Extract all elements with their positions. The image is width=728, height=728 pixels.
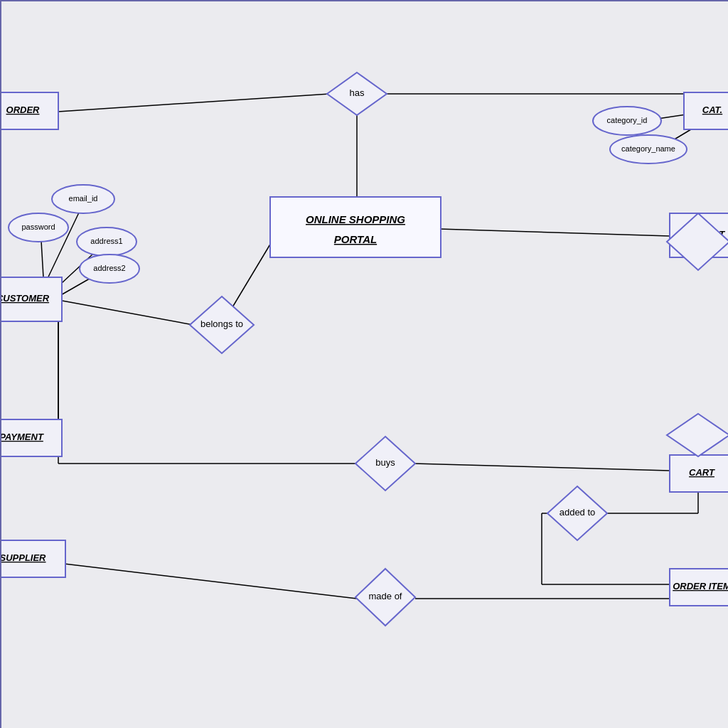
orderitem-entity-label: ORDER ITEM <box>673 581 728 592</box>
supplier-entity-label: SUPPLIER <box>1 552 46 563</box>
password-label: password <box>21 223 55 231</box>
category-id-label: category_id <box>607 116 648 124</box>
added-to-label: added to <box>560 507 596 518</box>
address2-label: address2 <box>93 264 125 272</box>
er-diagram-svg: ORDER CUSTOMER PAYMENT SUPPLIER CAT. PRO… <box>1 1 728 728</box>
has-label: has <box>350 87 365 98</box>
main-entity-rect <box>270 197 441 257</box>
er-diagram-canvas: ORDER CUSTOMER PAYMENT SUPPLIER CAT. PRO… <box>0 0 728 728</box>
belongs-to-label: belongs to <box>200 318 243 329</box>
category-entity-label: CAT. <box>702 105 722 115</box>
made-of-label: made of <box>369 591 402 601</box>
payment-entity-label: PAYMENT <box>1 432 44 442</box>
address1-label: address1 <box>90 237 122 245</box>
customer-entity-label: CUSTOMER <box>1 293 50 304</box>
cart-entity-label: CART <box>689 467 715 478</box>
category-name-label: category_name <box>621 144 675 153</box>
main-entity-label-line2: PORTAL <box>334 233 377 245</box>
main-entity-label-line1: ONLINE SHOPPING <box>306 213 405 225</box>
email-id-label: email_id <box>69 194 98 203</box>
buys-label: buys <box>375 457 395 468</box>
order-entity-label: ORDER <box>6 105 41 115</box>
